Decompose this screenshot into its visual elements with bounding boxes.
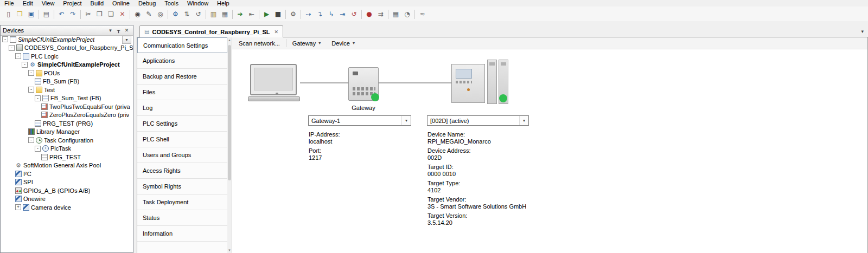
tree-item-gpios-a-b-gpios-a-b[interactable]: GPIOs_A_B (GPIOs A/B) bbox=[1, 186, 133, 195]
nav-files[interactable]: Files bbox=[137, 85, 227, 100]
menu-build[interactable]: Build bbox=[86, 0, 108, 7]
tab-close-icon[interactable]: ✕ bbox=[274, 29, 278, 35]
watch-icon[interactable]: ◔ bbox=[401, 9, 413, 20]
tree-item-simplecfunitexampleproject[interactable]: -SimpleCfUnitExampleProject bbox=[1, 35, 133, 44]
device-select[interactable]: [002D] (active) ▾ bbox=[427, 115, 529, 126]
tree-item-camera-device[interactable]: +Camera device bbox=[1, 203, 133, 212]
menu-help[interactable]: Help bbox=[213, 0, 234, 7]
scroll-up-icon[interactable]: ▲ bbox=[227, 38, 232, 42]
menu-online[interactable]: Online bbox=[108, 0, 134, 7]
find-replace-icon[interactable]: ✎ bbox=[143, 9, 155, 20]
chevron-down-icon[interactable]: ▾ bbox=[519, 116, 528, 125]
print-icon[interactable]: ▤ bbox=[41, 9, 52, 20]
menu-view[interactable]: View bbox=[37, 0, 59, 7]
menu-window[interactable]: Window bbox=[183, 0, 213, 7]
reset-icon[interactable]: ↺ bbox=[348, 9, 360, 20]
collapse-icon[interactable]: - bbox=[15, 53, 21, 59]
collapse-icon[interactable]: - bbox=[28, 137, 34, 143]
generate-code-icon[interactable]: ⇅ bbox=[181, 9, 193, 20]
menu-file[interactable]: File bbox=[0, 0, 18, 7]
nav-communication-settings[interactable]: Communication Settings bbox=[137, 37, 227, 53]
device-repository-icon[interactable]: ▦ bbox=[219, 9, 231, 20]
tree-combo-chevron-down-icon[interactable]: ▾ bbox=[122, 36, 131, 44]
tree-item-prg-test[interactable]: PRG_TEST bbox=[1, 153, 133, 161]
panel-pin-icon[interactable]: ┳ bbox=[114, 28, 123, 33]
gateway-menu-button[interactable]: Gateway▾ bbox=[288, 39, 326, 48]
save-icon[interactable]: ▣ bbox=[25, 9, 37, 20]
collapse-icon[interactable]: - bbox=[22, 62, 28, 68]
menu-edit[interactable]: Edit bbox=[18, 0, 37, 7]
nav-symbol-rights[interactable]: Symbol Rights bbox=[137, 179, 227, 194]
copy-icon[interactable]: ❐ bbox=[94, 9, 105, 20]
breakpoint-icon[interactable]: ● bbox=[363, 9, 375, 20]
collapse-icon[interactable]: - bbox=[9, 45, 15, 51]
tree-item-prg-test-prg[interactable]: PRG_TEST (PRG) bbox=[1, 119, 133, 128]
stop-icon[interactable]: ■ bbox=[272, 9, 284, 20]
collapse-icon[interactable]: - bbox=[35, 95, 41, 101]
collapse-icon[interactable]: - bbox=[28, 87, 34, 93]
scroll-down-icon[interactable]: ▼ bbox=[227, 249, 232, 252]
panel-menu-chevron-down-icon[interactable]: ▾ bbox=[106, 28, 114, 33]
collapse-icon[interactable]: - bbox=[35, 146, 41, 152]
tree-item-plc-logic[interactable]: -PLC Logic bbox=[1, 52, 133, 61]
online-config-icon[interactable]: ⚙ bbox=[288, 9, 299, 20]
trace-icon[interactable]: ≈ bbox=[417, 9, 428, 20]
step-into-icon[interactable]: ↴ bbox=[314, 9, 326, 20]
scan-network-button[interactable]: Scan network... bbox=[234, 39, 285, 48]
tree-item-fb-sum-test-fb[interactable]: -FB_Sum_Test (FB) bbox=[1, 94, 133, 103]
tree-item-test[interactable]: -Test bbox=[1, 86, 133, 94]
panel-close-icon[interactable]: ✕ bbox=[123, 28, 131, 33]
redo-icon[interactable]: ↷ bbox=[67, 9, 79, 20]
tree-item-softmotion-general-axis-pool[interactable]: ⚙SoftMotion General Axis Pool bbox=[1, 161, 133, 170]
tree-item-library-manager[interactable]: Library Manager bbox=[1, 128, 133, 137]
nav-scrollbar[interactable]: ▲ ▼ bbox=[227, 37, 232, 253]
tree-item-i-c[interactable]: I²C bbox=[1, 170, 133, 178]
tree-item-zeropluszeroequalszero-priv[interactable]: ZeroPlusZeroEqualsZero (priv bbox=[1, 111, 133, 120]
library-manager-icon[interactable]: ▥ bbox=[208, 9, 219, 20]
clean-icon[interactable]: ↺ bbox=[193, 9, 204, 20]
gateway-select[interactable]: Gateway-1 ▾ bbox=[308, 115, 411, 126]
logout-icon[interactable]: ⇤ bbox=[246, 9, 257, 20]
nav-information[interactable]: Information bbox=[137, 226, 227, 242]
new-file-icon[interactable]: ▯ bbox=[3, 9, 14, 20]
tree-item-spi[interactable]: SPI bbox=[1, 178, 133, 187]
device-menu-button[interactable]: Device▾ bbox=[327, 39, 360, 48]
nav-plc-settings[interactable]: PLC Settings bbox=[137, 116, 227, 132]
nav-access-rights[interactable]: Access Rights bbox=[137, 163, 227, 179]
open-project-icon[interactable]: ❒ bbox=[14, 9, 25, 20]
step-out-icon[interactable]: ↳ bbox=[326, 9, 337, 20]
nav-backup-and-restore[interactable]: Backup and Restore bbox=[137, 69, 227, 85]
collapse-icon[interactable]: - bbox=[28, 70, 34, 76]
tree-item-plctask[interactable]: -PlcTask bbox=[1, 145, 133, 153]
login-icon[interactable]: ➔ bbox=[234, 9, 246, 20]
tree-item-twoplustwoequalsfour-priva[interactable]: TwoPlusTwoEqualsFour (priva bbox=[1, 102, 133, 111]
nav-status[interactable]: Status bbox=[137, 210, 227, 226]
expand-icon[interactable]: + bbox=[15, 204, 21, 210]
nav-plc-shell[interactable]: PLC Shell bbox=[137, 132, 227, 147]
tab-device-editor[interactable]: ▤ CODESYS_Control_for_Raspberry_Pi_SL ✕ bbox=[139, 25, 283, 37]
nav-applications[interactable]: Applications bbox=[137, 53, 227, 69]
run-to-cursor-icon[interactable]: ⇥ bbox=[337, 9, 348, 20]
undo-icon[interactable]: ↶ bbox=[56, 9, 67, 20]
flow-control-icon[interactable]: ⇉ bbox=[375, 9, 386, 20]
nav-log[interactable]: Log bbox=[137, 100, 227, 116]
tree-item-onewire[interactable]: Onewire bbox=[1, 195, 133, 204]
nav-users-and-groups[interactable]: Users and Groups bbox=[137, 147, 227, 163]
nav-task-deployment[interactable]: Task Deployment bbox=[137, 194, 227, 210]
scrollbar-thumb[interactable] bbox=[228, 45, 231, 180]
paste-icon[interactable]: ❏ bbox=[105, 9, 117, 20]
tree-item-simplecfunitexampleproject[interactable]: -⚙SimpleCfUnitExampleProject bbox=[1, 61, 133, 69]
menu-tools[interactable]: Tools bbox=[160, 0, 183, 7]
chevron-down-icon[interactable]: ▾ bbox=[401, 116, 411, 125]
cut-icon[interactable]: ✂ bbox=[82, 9, 94, 20]
search-project-icon[interactable]: ◎ bbox=[155, 9, 166, 20]
collapse-icon[interactable]: - bbox=[2, 36, 8, 42]
delete-icon[interactable]: ✕ bbox=[117, 9, 128, 20]
compile-icon[interactable]: ⚙ bbox=[170, 9, 181, 20]
tree-item-task-configuration[interactable]: -Task Configuration bbox=[1, 136, 133, 145]
start-icon[interactable]: ▶ bbox=[261, 9, 272, 20]
tree-item-pous[interactable]: -POUs bbox=[1, 69, 133, 77]
tree-item-codesys-control-for-raspberry-pi-sl-codesy[interactable]: -CODESYS_Control_for_Raspberry_Pi_SL (CO… bbox=[1, 44, 133, 53]
step-over-icon[interactable]: ⇢ bbox=[303, 9, 314, 20]
menu-project[interactable]: Project bbox=[59, 0, 86, 7]
